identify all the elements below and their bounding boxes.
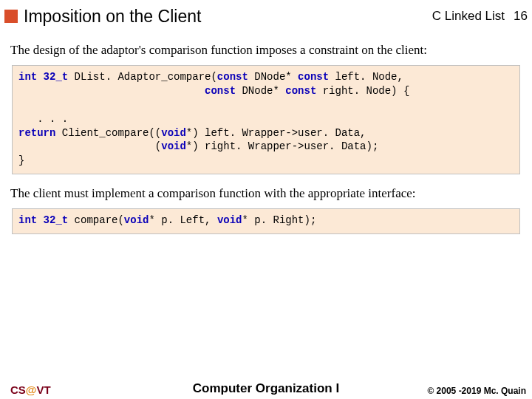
code-text: *) right. Wrapper->user. Data); — [186, 140, 378, 152]
code-text: DNode* — [248, 71, 298, 83]
mid-text: The client must implement a comparison f… — [10, 186, 528, 201]
slide-header: Imposition on the Client C Linked List 1… — [4, 1, 528, 31]
brand-cs: CS — [10, 383, 26, 396]
copyright: © 2005 -2019 Mc. Quain — [427, 386, 526, 396]
code-text: . . . — [18, 113, 68, 125]
brand-at: @ — [26, 383, 37, 396]
code-text: compare( — [68, 214, 124, 226]
code-text: left. Node, — [329, 71, 403, 83]
header-left: Imposition on the Client — [4, 7, 201, 27]
code-text: DNode* — [236, 85, 285, 97]
header-right: C Linked List 16 — [432, 9, 528, 24]
code-text: * p. Left, — [149, 214, 216, 226]
slide-title: Imposition on the Client — [24, 7, 201, 27]
code-type: int 32_t — [18, 214, 68, 226]
code-keyword: void — [161, 140, 186, 152]
code-pad — [18, 85, 205, 97]
code-keyword: void — [217, 214, 242, 226]
code-block-2: int 32_t compare(void* p. Left, void* p.… — [12, 208, 520, 234]
brand-logo: CS@VT — [10, 383, 51, 396]
intro-text: The design of the adaptor's comparison f… — [10, 43, 528, 58]
slide-footer: CS@VT Computer Organization I © 2005 -20… — [0, 383, 532, 396]
brand-vt: VT — [36, 383, 50, 396]
code-type: int 32_t — [18, 71, 68, 83]
code-keyword: const — [285, 85, 316, 97]
code-text: * p. Right); — [242, 214, 316, 226]
code-text: Client_compare(( — [55, 127, 161, 139]
code-keyword: const — [205, 85, 236, 97]
code-keyword: void — [161, 127, 186, 139]
code-text: } — [18, 154, 24, 166]
code-pad: ( — [18, 140, 161, 152]
code-text: DList. Adaptor_compare( — [68, 71, 217, 83]
course-name: Computer Organization I — [193, 381, 339, 396]
code-text: right. Node) { — [316, 85, 409, 97]
code-text: *) left. Wrapper->user. Data, — [186, 127, 366, 139]
code-keyword: return — [18, 127, 55, 139]
code-keyword: const — [298, 71, 329, 83]
code-keyword: void — [124, 214, 149, 226]
code-block-1: int 32_t DList. Adaptor_compare(const DN… — [12, 65, 520, 174]
code-keyword: const — [217, 71, 248, 83]
page-number: 16 — [514, 9, 528, 24]
title-bullet-icon — [4, 10, 18, 23]
topic-label: C Linked List — [432, 9, 505, 24]
slide: Imposition on the Client C Linked List 1… — [0, 0, 532, 399]
